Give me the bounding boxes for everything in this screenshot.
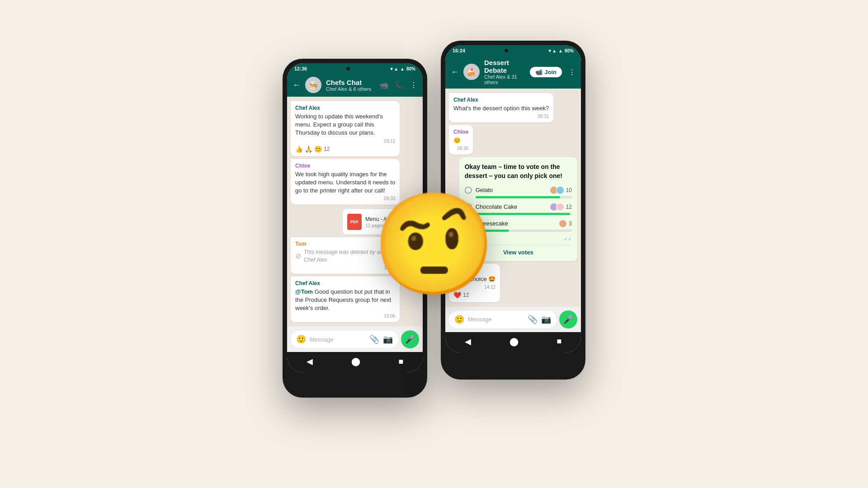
sender-chef-alex-right: Chef Alex xyxy=(453,97,549,103)
poll-count-chocolate: 12 xyxy=(566,204,572,210)
phone-call-icon[interactable]: 📞 xyxy=(395,81,404,89)
input-bar-right: 🙂 Message 📎 📷 🎤 xyxy=(445,307,581,332)
msg-time-right-1: 08:31 xyxy=(453,114,549,119)
status-icons-left: ▼▲ ▲ 80% xyxy=(389,66,415,71)
poll-right-chocolate: 12 xyxy=(550,203,572,211)
chat-header-left: ← 👨‍🍳 Chefs Chat Chef Alex & 6 others 📹 … xyxy=(287,73,423,97)
poll-avatar-4 xyxy=(556,203,564,211)
sender-chef-alex: Chef Alex xyxy=(295,105,395,111)
emoji-input-icon-left[interactable]: 🙂 xyxy=(296,334,306,344)
msg-text-1: Working to update this weekend's menu. E… xyxy=(295,113,395,137)
emoji-input-icon-right[interactable]: 🙂 xyxy=(454,314,464,324)
reaction-pray: 🙏 xyxy=(305,145,312,153)
header-actions-left: 📹 📞 ⋮ xyxy=(379,81,417,89)
battery-right: 80% xyxy=(565,48,574,53)
msg-time-4: 10:06 xyxy=(295,314,395,319)
chat-title-right: Dessert Debate xyxy=(484,59,525,74)
sender-chloe-right: Chloe xyxy=(453,129,468,135)
attach-icon-right[interactable]: 📎 xyxy=(528,314,538,324)
recent-nav-right[interactable]: ■ xyxy=(557,337,562,346)
message-chef-alex-1: Chef Alex Working to update this weekend… xyxy=(291,101,400,156)
camera-icon-right[interactable]: 📷 xyxy=(541,314,551,324)
reaction-count-1: 12 xyxy=(324,146,330,152)
header-info-left: Chefs Chat Chef Alex & 6 others xyxy=(326,79,375,92)
back-nav-right[interactable]: ◀ xyxy=(465,337,471,347)
home-nav-left[interactable]: ⬤ xyxy=(351,357,360,366)
back-button-left[interactable]: ← xyxy=(292,80,301,90)
message-input-left[interactable]: 🙂 Message 📎 📷 xyxy=(291,331,398,348)
back-button-right[interactable]: ← xyxy=(451,67,459,77)
status-time-left: 12:36 xyxy=(294,66,307,71)
msg-text-right-1: What's the dessert option this week? xyxy=(453,104,549,113)
video-call-icon[interactable]: 📹 xyxy=(379,81,388,89)
group-avatar-left: 👨‍🍳 xyxy=(305,77,321,93)
reactions-1: 👍 🙏 🙂 12 xyxy=(295,145,395,153)
poll-count-gelato: 10 xyxy=(566,187,572,193)
input-placeholder-right: Message xyxy=(468,316,524,323)
smirk-emoji: 🤨 xyxy=(372,194,496,294)
battery-left: 80% xyxy=(406,66,415,71)
poll-question: Okay team – time to vote on the dessert … xyxy=(465,163,572,180)
poll-count-cheesecake: 3 xyxy=(569,221,572,227)
pdf-icon: PDF xyxy=(347,214,362,230)
input-placeholder-left: Message xyxy=(310,336,366,343)
message-chef-alex-right: Chef Alex What's the dessert option this… xyxy=(449,93,553,122)
video-icon-join: 📹 xyxy=(535,69,542,75)
poll-right-cheesecake: 3 xyxy=(559,220,572,228)
nav-bar-right: ◀ ⬤ ■ xyxy=(445,332,581,353)
status-time-right: 16:24 xyxy=(453,48,465,53)
msg-time-right-2: 08:36 xyxy=(453,146,468,151)
nav-bar-left: ◀ ⬤ ■ xyxy=(287,352,423,373)
home-nav-right[interactable]: ⬤ xyxy=(509,337,519,347)
sender-chloe: Chloe xyxy=(295,163,395,169)
msg-time-1: 09:12 xyxy=(295,139,395,144)
back-nav-left[interactable]: ◀ xyxy=(307,357,313,366)
header-actions-right: 📹 Join ⋮ xyxy=(530,67,576,77)
wifi-icon-right: ▲ xyxy=(558,48,563,53)
delete-circle-icon: ⊘ xyxy=(295,251,301,261)
join-call-button[interactable]: 📹 Join xyxy=(530,67,562,77)
signal-icon-right: ▼▲ xyxy=(547,48,557,53)
recent-nav-left[interactable]: ■ xyxy=(399,357,404,366)
attach-icon-left[interactable]: 📎 xyxy=(369,334,379,344)
reaction-thumbsup: 👍 xyxy=(295,145,303,153)
message-input-right[interactable]: 🙂 Message 📎 📷 xyxy=(449,311,557,328)
join-label: Join xyxy=(544,69,557,75)
chat-subtitle-right: Chef Alex & 31 others xyxy=(484,74,525,85)
wifi-icon: ▲ xyxy=(400,66,405,71)
status-bar-right: 16:24 ▼▲ ▲ 80% xyxy=(445,45,581,55)
message-chloe-right: Chloe 😊 08:36 xyxy=(449,125,473,155)
more-options-icon-left[interactable]: ⋮ xyxy=(410,81,417,89)
status-icons-right: ▼▲ ▲ 80% xyxy=(547,48,574,53)
msg-emoji-chloe: 😊 xyxy=(453,136,468,145)
mention-tom: @Tom xyxy=(295,288,313,295)
group-avatar-right: 🍰 xyxy=(463,64,480,80)
mic-button-right[interactable]: 🎤 xyxy=(559,310,577,328)
camera-icon-left[interactable]: 📷 xyxy=(383,334,393,344)
header-info-right: Dessert Debate Chef Alex & 31 others xyxy=(484,59,525,85)
signal-icon: ▼▲ xyxy=(389,66,398,71)
poll-avatar-2 xyxy=(556,186,564,194)
reaction-smile: 🙂 xyxy=(314,145,322,153)
poll-right-gelato: 10 xyxy=(550,186,572,194)
chat-header-right: ← 🍰 Dessert Debate Chef Alex & 31 others… xyxy=(445,55,581,89)
more-options-icon-right[interactable]: ⋮ xyxy=(568,68,576,76)
poll-checkmarks: ✓✓ xyxy=(564,236,572,242)
poll-avatar-5 xyxy=(559,220,567,228)
chat-subtitle-left: Chef Alex & 6 others xyxy=(326,86,375,92)
mic-button-left[interactable]: 🎤 xyxy=(401,330,419,348)
input-bar-left: 🙂 Message 📎 📷 🎤 xyxy=(287,327,423,352)
chat-title-left: Chefs Chat xyxy=(326,79,375,86)
status-bar-left: 12:36 ▼▲ ▲ 80% xyxy=(287,63,423,73)
